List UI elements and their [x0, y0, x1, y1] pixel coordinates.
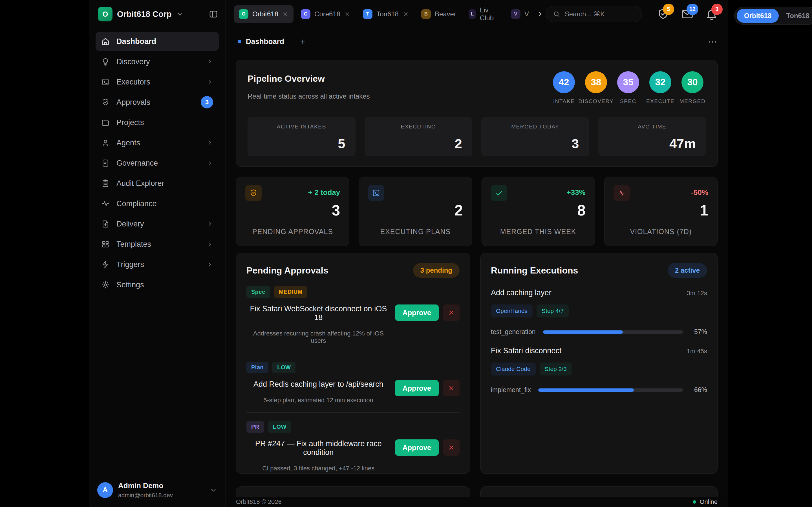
- metric-pending-approvals[interactable]: + 2 today 3 PENDING APPROVALS: [236, 177, 349, 246]
- notification-cluster: 5 12 3: [657, 8, 718, 20]
- content-tab-strip: Dashboard + ⋯: [226, 28, 728, 55]
- sidebar-item-dashboard[interactable]: Dashboard: [96, 32, 219, 51]
- progress-bar: [538, 388, 683, 392]
- progress-bar: [543, 330, 683, 334]
- tab-icon: O: [239, 9, 248, 19]
- workspace-header[interactable]: O Orbit618 Corp: [89, 0, 225, 26]
- pulse-icon: [617, 189, 626, 197]
- sidebar-item-approvals[interactable]: Approvals 3: [96, 93, 219, 112]
- tab-liv-club[interactable]: L Liv Club: [463, 5, 504, 23]
- sidebar-item-delivery[interactable]: Delivery: [96, 215, 219, 233]
- sidebar-item-settings[interactable]: Settings: [96, 276, 219, 294]
- window-switcher: Orbit618 Ton618: [734, 7, 812, 25]
- user-meta: Admin Demo admin@orbit618.dev: [118, 482, 173, 499]
- online-label: Online: [700, 498, 718, 506]
- approval-title: Fix Safari WebSocket disconnect on iOS 1…: [246, 304, 391, 322]
- switcher-orbit618-button[interactable]: Orbit618: [737, 9, 779, 23]
- chevron-right-icon: [206, 261, 213, 268]
- sidebar-item-projects[interactable]: Projects: [96, 113, 219, 132]
- sidebar-item-label: Projects: [116, 118, 144, 127]
- user-name: Admin Demo: [118, 482, 173, 490]
- sidebar-nav: Dashboard Discovery Executors Approvals …: [89, 26, 225, 474]
- security-button[interactable]: 5: [657, 8, 670, 20]
- close-icon[interactable]: [344, 11, 350, 17]
- chevron-right-icon: [206, 221, 213, 227]
- close-icon[interactable]: [282, 11, 289, 17]
- status-bar: Orbit618 © 2026 Online: [226, 497, 728, 507]
- shield-check-icon: [249, 189, 258, 197]
- tab-orbit618[interactable]: O Orbit618: [234, 5, 294, 23]
- sidebar-toggle-icon[interactable]: [209, 9, 218, 19]
- sidebar-item-label: Dashboard: [116, 37, 156, 46]
- notifications-button[interactable]: 3: [705, 8, 718, 20]
- user-menu[interactable]: A Admin Demo admin@orbit618.dev: [89, 474, 225, 507]
- tab-icon: C: [301, 9, 310, 19]
- stage-count: 42: [553, 71, 575, 93]
- reject-button[interactable]: [443, 304, 460, 321]
- execution-item: Fix Safari disconnect 1m 45s Claude Code…: [491, 346, 707, 394]
- step-badge: Step 2/3: [540, 362, 572, 376]
- progress-fill: [543, 330, 623, 334]
- sidebar-item-discovery[interactable]: Discovery: [96, 52, 219, 71]
- metric-cards: + 2 today 3 PENDING APPROVALS 2 EXECUTIN…: [236, 177, 718, 246]
- step-badge: Step 4/7: [537, 304, 569, 318]
- metric-label: MERGED THIS WEEK: [491, 228, 586, 236]
- tab-icon: L: [469, 9, 476, 19]
- search-input[interactable]: Search... ⌘K: [546, 6, 642, 22]
- agent-badge: OpenHands: [491, 304, 532, 318]
- approval-item: Spec MEDIUM Fix Safari WebSocket disconn…: [246, 278, 460, 344]
- tab-core618[interactable]: C Core618: [296, 5, 356, 23]
- stage-discovery: 38 DISCOVERY: [582, 71, 610, 105]
- home-icon: [101, 37, 110, 46]
- tab-beaver[interactable]: B Beaver: [416, 5, 461, 23]
- stat-merged-today: MERGED TODAY 3: [481, 117, 589, 156]
- content-tab-dashboard[interactable]: Dashboard: [236, 28, 286, 55]
- more-options-button[interactable]: ⋯: [708, 36, 718, 47]
- chevron-right-icon: [206, 241, 213, 247]
- sidebar: O Orbit618 Corp Dashboard Discovery: [89, 0, 226, 507]
- approval-title: Add Redis caching layer to /api/search: [246, 380, 391, 389]
- approval-subtitle: Addresses recurring crash affecting 12% …: [246, 330, 391, 344]
- sidebar-item-triggers[interactable]: Triggers: [96, 255, 219, 274]
- inbox-badge: 12: [687, 4, 698, 15]
- approval-item: Plan LOW Add Redis caching layer to /api…: [246, 353, 460, 404]
- execution-title: Add caching layer: [491, 288, 552, 297]
- tab-ton618[interactable]: T Ton618: [358, 5, 414, 23]
- tab-v[interactable]: V V: [506, 5, 534, 23]
- inbox-button[interactable]: 12: [681, 8, 694, 20]
- sidebar-item-audit-explorer[interactable]: Audit Explorer: [96, 174, 219, 193]
- reject-button[interactable]: [443, 439, 460, 456]
- app-window: O Orbit618 Corp Dashboard Discovery: [89, 0, 728, 507]
- metric-violations[interactable]: -50% 1 VIOLATIONS (7D): [604, 177, 718, 246]
- stage-execute: 32 EXECUTE: [647, 71, 674, 105]
- chevron-down-icon: [210, 487, 217, 494]
- close-icon[interactable]: [403, 11, 409, 17]
- main-area: O Orbit618 C Core618 T Ton618 B Beaver: [226, 0, 728, 507]
- type-badge: Spec: [246, 286, 270, 298]
- sidebar-item-governance[interactable]: Governance: [96, 154, 219, 172]
- metric-executing-plans[interactable]: 2 EXECUTING PLANS: [359, 177, 472, 246]
- sidebar-item-compliance[interactable]: Compliance: [96, 194, 219, 213]
- metric-merged-this-week[interactable]: +33% 8 MERGED THIS WEEK: [481, 177, 595, 246]
- new-tab-button[interactable]: +: [297, 36, 308, 47]
- clipboard-icon: [101, 179, 110, 187]
- switcher-ton618-button[interactable]: Ton618: [780, 12, 812, 20]
- sidebar-item-label: Approvals: [116, 98, 150, 107]
- approve-button[interactable]: Approve: [395, 304, 439, 321]
- pending-count-badge: 3 pending: [413, 263, 460, 278]
- reject-button[interactable]: [443, 380, 460, 396]
- sidebar-item-templates[interactable]: Templates: [96, 235, 219, 253]
- approve-button[interactable]: Approve: [395, 380, 439, 396]
- grid-icon: [101, 240, 110, 248]
- sidebar-item-agents[interactable]: Agents: [96, 133, 219, 152]
- approve-button[interactable]: Approve: [395, 439, 439, 456]
- tab-overflow-chevron-icon[interactable]: [537, 10, 544, 18]
- stat-executing: EXECUTING 2: [364, 117, 472, 156]
- metric-value: 2: [368, 202, 463, 219]
- metric-value: 1: [613, 202, 708, 219]
- sidebar-item-executors[interactable]: Executors: [96, 73, 219, 91]
- shield-check-icon: [101, 98, 110, 107]
- pipeline-overview-panel: Pipeline Overview Real-time status acros…: [236, 60, 718, 167]
- metric-delta: -50%: [691, 188, 708, 197]
- metric-label: PENDING APPROVALS: [245, 228, 340, 236]
